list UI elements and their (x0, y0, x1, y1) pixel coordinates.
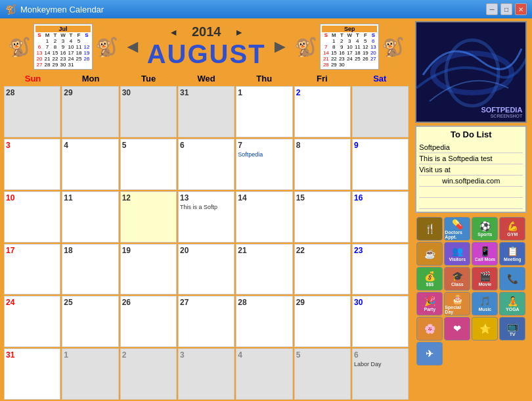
cal-cell-10[interactable]: 10 (4, 191, 60, 243)
cat-btn-visitors[interactable]: 👥 Visitors (444, 242, 470, 266)
todo-item-4[interactable]: win.softpedia.com (419, 176, 523, 187)
cal-cell-18[interactable]: 18 (62, 244, 118, 295)
todo-item-5[interactable] (419, 187, 523, 198)
cal-cell-7[interactable]: 7Softpedia (236, 139, 292, 190)
prev-month-button[interactable]: ◄ (123, 36, 142, 57)
cal-cell-31prev[interactable]: 31 (178, 86, 234, 137)
cal-cell-6[interactable]: 6 (178, 139, 234, 190)
cal-cell-26[interactable]: 26 (120, 296, 177, 347)
minimize-button[interactable]: ─ (486, 3, 498, 15)
prev-year-button[interactable]: ◄ (169, 27, 178, 37)
cal-cell-24[interactable]: 24 (4, 296, 60, 347)
class-label: Class (451, 282, 464, 287)
cal-cell-27[interactable]: 27 (178, 296, 234, 347)
cat-btn-meeting[interactable]: 📋 Meeting (499, 242, 525, 266)
cal-cell-2[interactable]: 2 (294, 86, 351, 137)
cal-cell-2next[interactable]: 2 (120, 348, 177, 400)
cat-btn-class[interactable]: 🎓 Class (444, 267, 470, 291)
monkey-left-1: 🐒 (8, 36, 31, 58)
cal-cell-3next[interactable]: 3 (178, 348, 234, 400)
cal-cell-31[interactable]: 31 (4, 348, 60, 400)
todo-item-3[interactable]: Visit us at (419, 164, 523, 176)
monkey-right-1: 🐒 (294, 36, 317, 58)
cal-cell-11[interactable]: 11 (62, 191, 118, 243)
cal-cell-8[interactable]: 8 (294, 139, 351, 190)
cal-cell-22[interactable]: 22 (294, 244, 351, 295)
cal-cell-4next[interactable]: 4 (236, 348, 292, 400)
cal-cell-1[interactable]: 1 (236, 86, 292, 137)
cal-cell-25[interactable]: 25 (62, 296, 118, 347)
cal-cell-4[interactable]: 4 (62, 139, 118, 190)
sports-label: Sports (477, 232, 492, 237)
cat-btn-coffee[interactable]: ☕ (416, 242, 443, 266)
day-header-tue: Tue (120, 72, 177, 85)
cat-btn-doctors[interactable]: 💊 Doctors Appt. (444, 217, 470, 241)
specialday-icon: 🎂 (452, 294, 463, 304)
heart-icon: ❤ (453, 323, 461, 334)
cal-cell-13[interactable]: 13This is a Softp (178, 191, 234, 243)
cat-btn-tv[interactable]: 📺 TV (499, 317, 525, 341)
cal-cell-19[interactable]: 19 (120, 244, 177, 295)
cal-cell-empty[interactable] (352, 86, 409, 137)
cat-btn-specialday[interactable]: 🎂 Special Day (444, 292, 470, 316)
todo-item-2[interactable]: This is a Softpedia test (419, 153, 523, 164)
cat-btn-star[interactable]: ⭐ (472, 317, 498, 341)
cat-btn-travel[interactable]: ✈ (416, 342, 443, 366)
day-header-fri: Fri (293, 72, 351, 85)
next-year-button[interactable]: ► (234, 27, 244, 37)
cal-cell-23[interactable]: 23 (352, 244, 409, 295)
cal-cell-28prev[interactable]: 28 (4, 86, 60, 137)
cat-btn-flower[interactable]: 🌸 (416, 317, 443, 341)
cal-cell-21[interactable]: 21 (236, 244, 292, 295)
close-button[interactable]: ✕ (515, 3, 527, 15)
mini-cal-jul[interactable]: Jul SMTWTFS 12345 6789101112 13141516171… (33, 24, 93, 70)
mini-cal-sep[interactable]: Sep SMTWTFS 123456 78910111213 141516171… (320, 24, 379, 70)
gym-label: GYM (507, 232, 518, 237)
cat-btn-money[interactable]: 💰 $$$ (416, 267, 443, 291)
cal-cell-5next[interactable]: 5 (294, 348, 351, 400)
cat-btn-heart[interactable]: ❤ (444, 317, 470, 341)
specialday-label: Special Day (445, 305, 470, 314)
cal-cell-17[interactable]: 17 (4, 244, 60, 295)
cal-cell-20[interactable]: 20 (178, 244, 234, 295)
maximize-button[interactable]: □ (500, 3, 512, 15)
cat-btn-music[interactable]: 🎵 Music (472, 292, 498, 316)
cat-btn-movie[interactable]: 🎬 Movie (472, 267, 498, 291)
cat-btn-dinner[interactable]: 🍴 (416, 217, 443, 241)
todo-item-6[interactable] (419, 198, 523, 209)
cal-cell-9[interactable]: 9 (352, 139, 409, 190)
party-icon: 🎉 (424, 296, 435, 306)
cat-btn-gym[interactable]: 💪 GYM (499, 217, 525, 241)
cat-btn-yoga[interactable]: 🧘 YOGA (499, 292, 525, 316)
cal-cell-3[interactable]: 3 (4, 139, 60, 190)
cal-cell-12[interactable]: 12 (120, 191, 177, 243)
labor-day-note: Labor Day (354, 361, 407, 367)
cal-cell-30[interactable]: 30 (352, 296, 409, 347)
app-icon: 🐒 (5, 4, 16, 14)
callmom-icon: 📱 (479, 246, 491, 256)
year-display: 2014 (183, 24, 229, 39)
cal-cell-14[interactable]: 14 (236, 191, 292, 243)
callmom-label: Call Mom (475, 257, 495, 262)
cat-btn-callmom[interactable]: 📱 Call Mom (472, 242, 498, 266)
movie-label: Movie (478, 282, 491, 287)
music-icon: 🎵 (479, 296, 491, 306)
cal-cell-1next[interactable]: 1 (62, 348, 118, 400)
cat-btn-call[interactable]: 📞 (499, 267, 525, 291)
cal-cell-28[interactable]: 28 (236, 296, 292, 347)
cat-btn-party[interactable]: 🎉 Party (416, 292, 443, 316)
monkey-left-2: 🐒 (95, 36, 118, 58)
photo-box[interactable]: SOFTPEDIA SCREENSHOT (415, 21, 527, 123)
cal-cell-30prev[interactable]: 30 (120, 86, 177, 137)
meeting-label: Meeting (504, 257, 521, 262)
cal-cell-5[interactable]: 5 (120, 139, 177, 190)
todo-item-1[interactable]: Softpedia (419, 142, 523, 153)
cal-cell-6next[interactable]: 6Labor Day (352, 348, 409, 400)
cat-btn-sports[interactable]: ⚽ Sports (472, 217, 498, 241)
meeting-icon: 📋 (507, 246, 518, 256)
cal-cell-16[interactable]: 16 (352, 191, 409, 243)
cal-cell-29[interactable]: 29 (294, 296, 351, 347)
cal-cell-15[interactable]: 15 (294, 191, 351, 243)
next-month-button[interactable]: ► (271, 36, 290, 57)
cal-cell-29prev[interactable]: 29 (62, 86, 118, 137)
